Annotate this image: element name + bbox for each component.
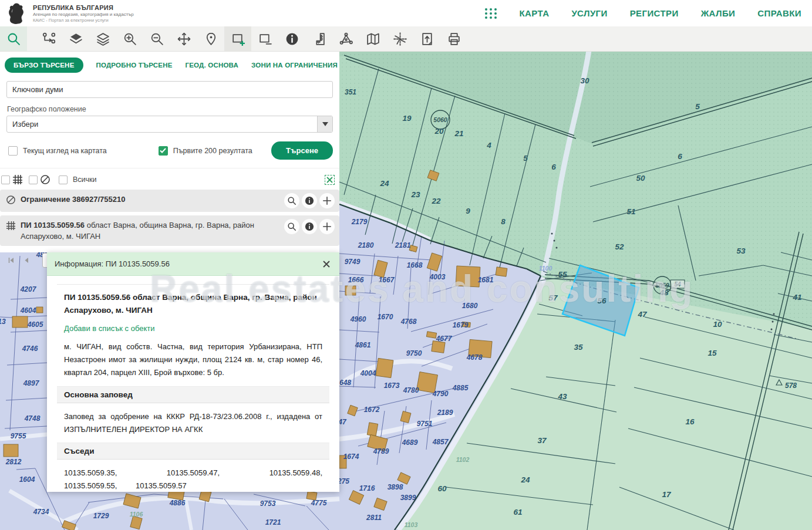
add-result-button[interactable] [319,219,335,234]
first-200-checkbox[interactable] [159,146,168,156]
filter-parcels-checkbox[interactable] [1,175,10,184]
apps-grid-icon[interactable] [485,8,497,19]
menu-spravki[interactable]: СПРАВКИ [757,8,801,18]
result-row-restriction[interactable]: Ограничение 386927/755210 [0,190,339,212]
tab-geodetic-basis[interactable]: ГЕОД. ОСНОВА [186,62,239,69]
layers-filled-tool-button[interactable] [62,26,89,51]
add-to-object-list-link[interactable]: Добави в списък с обекти [64,324,155,333]
coordinate-grid-icon [393,32,407,46]
map-sheets-tool-button[interactable] [359,26,386,51]
result-row-parcel[interactable]: ПИ 10135.5059.56 област Варна, община Ва… [0,215,339,246]
export-tool-button[interactable] [413,26,440,51]
menu-registri[interactable]: РЕГИСТРИ [630,8,679,18]
parcel-label: 13 [0,318,6,326]
current-map-view-label: Текущ изглед на картата [23,147,107,155]
search-tool-button[interactable] [0,26,27,51]
result-title: ПИ 10135.5059.56 [21,221,85,229]
parcel-label: 1667 [379,276,395,284]
parcel-label: 2180 [358,241,374,249]
parcel-label: 8 [501,217,506,226]
parcel-label: 1721 [265,518,281,526]
parcel-label: 22 [431,197,441,205]
topology-tool-button[interactable] [332,26,359,51]
tab-quick-search[interactable]: БЪРЗО ТЪРСЕНЕ [5,58,83,73]
tab-restriction-zones[interactable]: ЗОНИ НА ОГРАНИЧЕНИЯ [251,62,338,69]
menu-zhalbi[interactable]: ЖАЛБИ [701,8,736,18]
tab-detailed-search[interactable]: ПОДРОБНО ТЪРСЕНЕ [96,62,173,69]
object-description: м. ЧИГАН, вид собств. Частна, вид терито… [57,333,329,386]
result-title: Ограничение 386927/755210 [21,195,125,204]
parcel-label: 4734 [33,508,49,516]
parcel-label: 1674 [343,453,359,461]
parcel-label: 24 [379,179,389,188]
info-tool-button[interactable] [278,26,305,51]
parcel-label: 53 [736,247,746,255]
zoom-out-tool-button[interactable] [143,26,170,51]
measure-tool-button[interactable] [305,26,332,51]
select-rect-plus-icon [231,32,245,46]
close-icon[interactable] [322,259,331,269]
parcel-label: 5 [695,102,700,111]
print-tool-button[interactable] [440,26,467,51]
parcel-label: 1103 [405,521,418,528]
popup-body: ПИ 10135.5059.56 област Варна, община Ва… [47,276,339,499]
results-filter-row: Всички [0,168,339,190]
agency-logo[interactable]: РЕПУБЛИКА БЪЛГАРИЯ Агенция по геодезия, … [0,2,134,25]
menu-uslugi[interactable]: УСЛУГИ [571,8,607,18]
parcel-label: 19 [402,114,412,123]
parcel-label: 1679 [453,321,469,329]
parcel-label: 48 [659,288,669,297]
folded-map-icon [366,32,380,46]
parcel-label: 1604 [19,475,35,484]
portal-subtitle: КАИС - Портал за електронни услуги [33,18,134,23]
parcel-label: 1666 [348,276,364,284]
prev-page-button[interactable] [19,253,34,267]
parcel-label: 4 [486,141,491,150]
chevron-down-icon[interactable] [317,116,332,132]
parcel-label: 4780 [403,386,419,394]
map-toolbar [0,26,812,52]
parcel-label: 9 [466,207,470,215]
export-page-icon [420,32,434,46]
parcel-label: 2179 [351,218,368,226]
route-tool-button[interactable] [35,26,62,51]
keywords-input[interactable] [6,81,333,98]
parcel-label: 4748 [24,414,41,423]
zoom-in-tool-button[interactable] [116,26,143,51]
result-info-button[interactable] [302,219,317,234]
parcel-label: 1106 [130,511,143,518]
pan-tool-button[interactable] [170,26,197,51]
parcel-label: 4605 [27,320,43,329]
parcel-label: 15 [707,349,717,357]
parcel-label: 1668 [407,261,423,269]
header: РЕПУБЛИКА БЪЛГАРИЯ Агенция по геодезия, … [0,0,812,26]
zoom-to-result-button[interactable] [284,193,299,208]
select-area-tool-button[interactable] [224,26,251,51]
parcel-label: 4677 [436,335,453,343]
parcel-label: 9749 [345,258,360,266]
geo-location-select[interactable]: Избери [6,116,333,133]
menu-karta[interactable]: КАРТА [520,8,550,18]
zoom-to-result-button[interactable] [284,219,299,234]
deselect-area-tool-button[interactable] [251,26,278,51]
search-button[interactable]: Търсене [271,141,333,160]
add-result-button[interactable] [319,193,335,208]
parcel-label: 2189 [437,409,453,417]
first-page-button[interactable] [4,253,19,267]
layers-tool-button[interactable] [89,26,116,51]
parcel-label: 50 [636,174,645,183]
current-map-view-checkbox[interactable] [8,146,18,156]
parcel-label: 4897 [23,379,40,387]
restriction-icon [40,174,50,185]
filter-restrictions-checkbox[interactable] [29,175,38,184]
locate-tool-button[interactable] [197,26,224,51]
result-info-button[interactable] [302,193,317,208]
export-excel-icon[interactable] [325,175,335,185]
filter-all-checkbox[interactable] [59,175,68,184]
pan-icon [177,32,191,46]
svg-text:5060: 5060 [433,116,447,123]
parcel-grid-icon [12,174,23,185]
parcel-label: 578 [785,382,797,390]
neighbors-list: 10135.5059.35, 10135.5059.47, 10135.5059… [57,460,329,499]
coordinates-tool-button[interactable] [386,26,413,51]
